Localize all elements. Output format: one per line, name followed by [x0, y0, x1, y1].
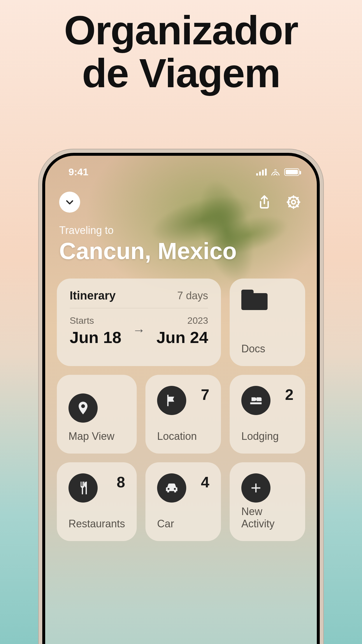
car-label: Car	[157, 518, 209, 530]
restaurants-count: 8	[117, 473, 125, 491]
lodging-card[interactable]: 2 Lodging	[230, 375, 305, 454]
utensils-icon	[68, 473, 98, 503]
map-view-card[interactable]: Map View	[57, 375, 137, 454]
lodging-label: Lodging	[241, 430, 294, 442]
itinerary-year: 2023	[157, 315, 208, 326]
share-button[interactable]	[255, 193, 274, 211]
itinerary-start-date: Jun 18	[70, 328, 121, 347]
docs-card[interactable]: Docs	[230, 279, 305, 366]
itinerary-duration: 7 days	[177, 290, 208, 302]
bed-icon	[241, 386, 270, 415]
battery-icon	[284, 168, 299, 176]
location-count: 7	[201, 386, 209, 403]
itinerary-starts-label: Starts	[70, 315, 121, 326]
flag-icon	[157, 386, 186, 415]
car-count: 4	[201, 473, 209, 491]
lodging-count: 2	[285, 386, 294, 403]
chevron-down-icon	[65, 197, 75, 207]
marketing-line2: de Viagem	[0, 52, 362, 94]
settings-button[interactable]	[284, 193, 303, 211]
marketing-line1: Organizador	[0, 9, 362, 52]
folder-icon	[241, 290, 268, 310]
restaurants-label: Restaurants	[68, 518, 125, 530]
status-time: 9:41	[68, 166, 88, 178]
phone-frame: 9:41	[38, 149, 324, 644]
cellular-signal-icon	[256, 169, 267, 176]
location-label: Location	[157, 430, 209, 442]
svg-point-1	[292, 200, 296, 204]
car-icon	[157, 473, 186, 503]
arrow-right-icon: →	[133, 323, 145, 339]
gear-icon	[286, 195, 301, 210]
restaurants-card[interactable]: 8 Restaurants	[57, 462, 137, 541]
destination-name: Cancun, Mexico	[59, 238, 303, 264]
map-pin-icon	[68, 393, 98, 423]
app-screen: 9:41	[45, 156, 317, 644]
car-card[interactable]: 4 Car	[145, 462, 221, 541]
wifi-icon	[271, 169, 280, 176]
plus-icon	[241, 473, 270, 503]
location-card[interactable]: 7 Location	[145, 375, 221, 454]
status-bar: 9:41	[45, 156, 317, 178]
new-activity-label: New Activity	[241, 505, 294, 530]
itinerary-end-date: Jun 24	[157, 328, 208, 347]
map-view-label: Map View	[68, 430, 125, 442]
share-icon	[257, 195, 272, 210]
collapse-button[interactable]	[59, 192, 80, 213]
itinerary-card[interactable]: Itinerary 7 days Starts Jun 18 → 2023 Ju…	[57, 279, 221, 366]
new-activity-card[interactable]: New Activity	[230, 462, 305, 541]
traveling-to-label: Traveling to	[59, 224, 303, 237]
marketing-headline: Organizador de Viagem	[0, 0, 362, 94]
itinerary-title: Itinerary	[70, 289, 116, 302]
docs-label: Docs	[241, 343, 294, 355]
